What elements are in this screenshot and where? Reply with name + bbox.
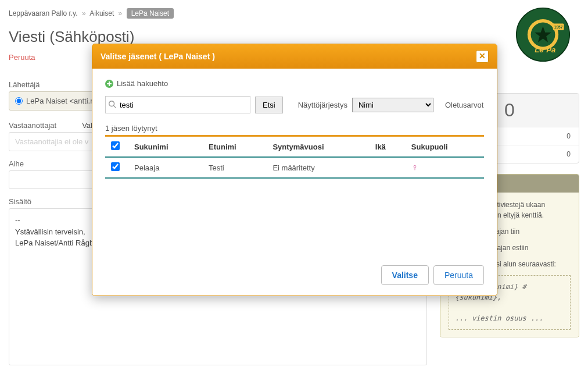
modal-overlay: Valitse jäsenet ( LePa Naiset ) ✕ Lisää … <box>0 0 588 388</box>
add-filter-label: Lisää hakuehto <box>117 79 168 88</box>
col-surname[interactable]: Sukunimi <box>128 137 203 157</box>
select-button[interactable]: Valitse <box>381 265 429 285</box>
defaults-link[interactable]: Oletusarvot <box>445 101 483 109</box>
add-filter-link[interactable]: Lisää hakuehto <box>105 79 484 88</box>
result-count: 1 jäsen löytynyt <box>105 124 484 133</box>
search-button[interactable]: Etsi <box>255 97 283 113</box>
col-birthyear[interactable]: Syntymävuosi <box>267 137 369 157</box>
svg-point-8 <box>109 101 114 106</box>
table-row[interactable]: Pelaaja Testi Ei määritetty ♀ <box>105 157 484 178</box>
select-all-checkbox[interactable] <box>111 141 120 150</box>
female-icon: ♀ <box>411 162 418 172</box>
modal-close-button[interactable]: ✕ <box>476 50 489 63</box>
svg-line-9 <box>114 106 116 108</box>
close-icon: ✕ <box>479 51 486 60</box>
results-table: Sukunimi Etunimi Syntymävuosi Ikä Sukupu… <box>105 137 484 179</box>
col-age[interactable]: Ikä <box>370 137 406 157</box>
cancel-button[interactable]: Peruuta <box>433 265 484 285</box>
sort-label: Näyttöjärjestys <box>298 101 347 109</box>
search-icon <box>108 100 116 108</box>
sort-select[interactable]: Nimi <box>352 98 433 112</box>
plus-icon <box>105 80 113 88</box>
row-checkbox[interactable] <box>111 162 120 171</box>
cell-surname: Pelaaja <box>128 157 203 178</box>
col-gender[interactable]: Sukupuoli <box>406 137 484 157</box>
modal-title: Valitse jäsenet ( LePa Naiset ) <box>101 52 215 61</box>
cell-firstname: Testi <box>203 157 267 178</box>
cell-birthyear: Ei määritetty <box>267 157 369 178</box>
search-input[interactable] <box>105 96 250 113</box>
col-firstname[interactable]: Etunimi <box>203 137 267 157</box>
member-select-modal: Valitse jäsenet ( LePa Naiset ) ✕ Lisää … <box>92 44 497 296</box>
cell-age <box>370 157 406 178</box>
